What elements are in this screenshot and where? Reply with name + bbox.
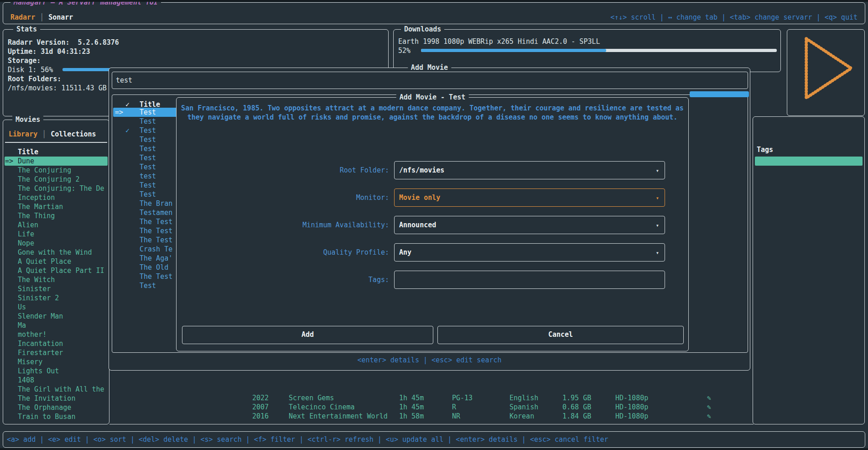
stats-title: Stats: [13, 25, 40, 34]
cell-certification: PG-13: [452, 393, 473, 403]
table-row[interactable]: 2016 Next Entertainment World 1h 58m NR …: [0, 412, 868, 421]
search-result-row[interactable]: The Test: [113, 235, 177, 245]
search-result-row[interactable]: Test: [113, 117, 177, 126]
tab-radarr[interactable]: Radarr: [10, 13, 35, 21]
field-select[interactable]: Movie only ▾: [394, 188, 665, 207]
field-value: Any: [399, 248, 411, 257]
screen-edge-bottom: [0, 448, 868, 450]
search-result-row[interactable]: Testamen: [113, 208, 177, 217]
movie-list-item[interactable]: A Quiet Place Part II: [5, 266, 108, 275]
movie-title: The Witch: [18, 275, 55, 284]
movie-list-item[interactable]: => Dune: [5, 157, 108, 166]
movie-title: 1408: [18, 376, 34, 385]
cell-language: Spanish: [509, 403, 538, 412]
add-button[interactable]: Add: [182, 326, 433, 344]
movie-list-item[interactable]: Alien: [5, 220, 108, 230]
field-select[interactable]: Announced ▾: [394, 216, 665, 234]
search-result-row[interactable]: The Old: [113, 263, 177, 272]
search-result-row[interactable]: Test: [113, 162, 177, 172]
movie-list-item[interactable]: The Conjuring 2: [5, 175, 108, 184]
tab-collections[interactable]: Collections: [51, 130, 96, 138]
movie-list-item[interactable]: The Girl with All the: [5, 385, 108, 394]
download-progress-gauge: [421, 49, 777, 52]
edit-pencil-icon[interactable]: ✎: [707, 412, 711, 421]
movie-list-item[interactable]: The Thing: [5, 211, 108, 220]
tab-sonarr[interactable]: Sonarr: [48, 13, 73, 21]
search-result-row[interactable]: Test: [113, 190, 177, 199]
movie-list-item[interactable]: A Quiet Place: [5, 257, 108, 266]
movie-list-item[interactable]: Firestarter: [5, 348, 108, 357]
movie-list: => Dune The Conjuring The Conjuring 2 Th…: [3, 157, 109, 421]
search-result-row[interactable]: The Bran: [113, 199, 177, 208]
field-select[interactable]: Any ▾: [394, 243, 665, 262]
field-select[interactable]: [394, 271, 665, 289]
result-title: Test: [140, 135, 156, 144]
movie-list-item[interactable]: The Martian: [5, 202, 108, 211]
result-title: Test: [140, 181, 156, 190]
table-row[interactable]: 2007 Telecinco Cinema 1h 45m R Spanish 0…: [0, 403, 868, 412]
cell-studio: Screen Gems: [289, 393, 334, 403]
movie-list-item[interactable]: Inception: [5, 193, 108, 202]
search-result-row[interactable]: ✓ Test: [113, 126, 177, 135]
search-result-row[interactable]: The Aga': [113, 254, 177, 263]
movie-list-item[interactable]: Sinister: [5, 284, 108, 293]
search-result-row[interactable]: Test: [113, 144, 177, 153]
movie-list-item[interactable]: Lights Out: [5, 366, 108, 376]
movie-list-item[interactable]: Nope: [5, 239, 108, 248]
field-value: Movie only: [399, 193, 440, 202]
movies-panel: Movies Library│Collections Title => Dune…: [3, 120, 109, 424]
movie-list-item[interactable]: Incantation: [5, 339, 108, 348]
search-result-row[interactable]: Test: [113, 281, 177, 290]
tab-separator: │: [37, 130, 51, 138]
search-result-row[interactable]: Test: [113, 181, 177, 190]
cell-quality: HD-1080p: [615, 393, 648, 403]
search-result-row[interactable]: Test: [113, 153, 177, 162]
search-input[interactable]: test: [112, 72, 748, 89]
search-result-row[interactable]: The Test: [113, 217, 177, 226]
movie-description-line2: they navigate a world full of risks and …: [180, 113, 685, 122]
movie-list-item[interactable]: The Conjuring: The De: [5, 184, 108, 193]
search-result-row[interactable]: The Test: [113, 226, 177, 235]
movie-title: The Girl with All the: [18, 385, 104, 394]
edit-pencil-icon[interactable]: ✎: [707, 393, 711, 403]
search-result-row[interactable]: => Test: [113, 108, 177, 117]
movie-title: A Quiet Place: [18, 257, 71, 266]
field-select[interactable]: /nfs/movies ▾: [394, 161, 665, 179]
movie-list-item[interactable]: Gone with the Wind: [5, 248, 108, 257]
movie-list-item[interactable]: Life: [5, 230, 108, 239]
cancel-button[interactable]: Cancel: [437, 326, 684, 344]
tags-column-panel: Tags: [753, 116, 865, 424]
cell-year: 2022: [252, 393, 269, 403]
movie-list-item[interactable]: Us: [5, 303, 108, 312]
result-title: Test: [140, 162, 156, 172]
movie-list-item[interactable]: mother!: [5, 330, 108, 339]
movie-list-item[interactable]: The Witch: [5, 275, 108, 284]
download-progress-row: 52%: [398, 46, 777, 55]
cell-certification: NR: [452, 412, 460, 421]
movie-title: The Martian: [18, 202, 63, 211]
movie-list-item[interactable]: Misery: [5, 357, 108, 366]
movies-title: Movies: [12, 115, 43, 124]
keybind-help-bottom: <a> add | <e> edit | <o> sort | <del> de…: [7, 435, 608, 444]
movie-title: mother!: [18, 330, 47, 339]
movie-list-item[interactable]: 1408: [5, 376, 108, 385]
movie-title: Inception: [18, 193, 55, 202]
play-logo-icon: [787, 30, 864, 115]
movie-description-line1: San Francisco, 1985. Two opposites attra…: [180, 104, 685, 113]
search-result-row[interactable]: Test: [113, 135, 177, 144]
edit-pencil-icon[interactable]: ✎: [707, 403, 711, 412]
search-result-row[interactable]: test: [113, 172, 177, 181]
selection-arrow: =>: [115, 108, 123, 117]
field-label: Quality Profile:: [177, 248, 389, 257]
cell-runtime: 1h 58m: [399, 412, 424, 421]
dialog-field-row: Minimum Availability: Announced ▾: [177, 216, 688, 234]
search-result-row[interactable]: Crash Te: [113, 245, 177, 254]
movie-list-item[interactable]: Ma: [5, 321, 108, 330]
movie-list-item[interactable]: Slender Man: [5, 312, 108, 321]
table-row[interactable]: 2022 Screen Gems 1h 45m PG-13 English 1.…: [0, 393, 868, 403]
tab-library[interactable]: Library: [9, 130, 37, 138]
result-title: The Test: [140, 226, 172, 235]
search-result-row[interactable]: The Test: [113, 272, 177, 281]
movie-list-item[interactable]: Sinister 2: [5, 293, 108, 303]
movie-list-item[interactable]: The Conjuring: [5, 166, 108, 175]
